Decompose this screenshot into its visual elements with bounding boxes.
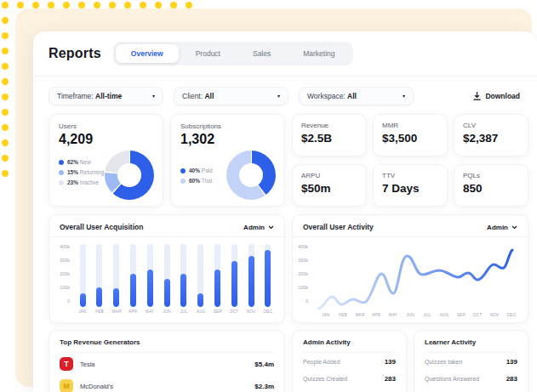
- decor-dot: [2, 155, 9, 162]
- x-tick-label: JAN: [78, 310, 88, 314]
- x-tick-label: FEB: [94, 310, 104, 314]
- x-tick-label: MAY: [146, 310, 155, 314]
- x-tick-label: JUL: [179, 310, 188, 314]
- y-axis: 400k300k200k100k0: [56, 244, 73, 304]
- x-tick-label: AUG: [439, 313, 448, 317]
- tab-sales[interactable]: Sales: [237, 44, 286, 63]
- revenue-kpi-card: Revenue$2.5B: [292, 114, 367, 156]
- bar-chart: 400k300k200k100k0: [49, 237, 284, 307]
- timeframe-label: Timeframe:: [57, 92, 94, 100]
- bar: [212, 244, 224, 307]
- x-tick-label: MAY: [389, 313, 398, 317]
- y-tick-label: 400k: [60, 244, 70, 248]
- bar: [77, 244, 89, 307]
- legend-text: 40% Paid: [189, 168, 213, 173]
- subscriptions-label: Subscriptions: [180, 122, 275, 130]
- bar: [178, 244, 190, 307]
- client-value: All: [204, 92, 214, 100]
- timeframe-select[interactable]: Timeframe: All-time ▾: [49, 87, 163, 105]
- charts-row: Overall User Acquisition Admin 400k300k2…: [33, 207, 537, 323]
- subscriptions-value: 1,302: [180, 132, 275, 147]
- list-title: Top Revenue Generators: [60, 338, 274, 353]
- legend-text: 62% New: [67, 159, 91, 165]
- workspace-value: All: [347, 92, 357, 100]
- x-tick-label: SEP: [456, 313, 466, 317]
- decor-dot: [17, 2, 24, 9]
- decor-dot: [140, 2, 146, 9]
- legend-item: 23% Inactive: [59, 179, 104, 185]
- y-tick-label: 100k: [298, 285, 308, 289]
- bottom-row: Top Revenue Generators T Tesla $5.4m M M…: [33, 323, 537, 392]
- decor-dot: [63, 2, 70, 9]
- legend-text: 60% Trial: [189, 178, 212, 184]
- x-tick-label: APR: [372, 313, 381, 317]
- x-tick-label: JUN: [163, 310, 172, 314]
- activity-admin-select[interactable]: Admin: [487, 224, 517, 231]
- decor-dot: [2, 78, 9, 85]
- chevron-down-icon: ▾: [277, 94, 280, 99]
- line-chart: 400k300k200k100k0: [293, 237, 528, 310]
- users-kpi-card: Users 4,209 62% New 15% Returning 23% In…: [49, 114, 163, 207]
- list-item: Quizzes Created283: [303, 370, 396, 387]
- list-title: Learner Activity: [425, 338, 517, 353]
- client-select[interactable]: Client: All ▾: [174, 87, 288, 105]
- decor-dot: [2, 94, 9, 100]
- legend-item: 15% Returning: [59, 169, 104, 175]
- x-tick-label: JUL: [422, 313, 431, 317]
- bar: [161, 244, 173, 307]
- decor-dot: [78, 2, 85, 9]
- decor-dot: [2, 109, 9, 116]
- dashboard-card: Reports Overview Product Sales Marketing…: [33, 31, 537, 392]
- activity-line: [311, 242, 516, 310]
- list-item[interactable]: M McDonald's $2.3m: [60, 375, 274, 392]
- list-item: Quizzes taken139: [425, 353, 517, 370]
- list-item[interactable]: T Tesla $5.4m: [60, 353, 274, 375]
- acquisition-admin-select[interactable]: Admin: [243, 224, 274, 231]
- bars: [73, 242, 277, 307]
- decor-dot: [2, 139, 9, 146]
- decor-dot: [2, 170, 9, 177]
- x-tick-label: AUG: [196, 310, 205, 314]
- bar: [245, 244, 257, 307]
- decor-dot: [94, 2, 100, 9]
- x-axis: JANFEBMARAPRMAYJUNJULAUGSEPOCTNOVDEC: [49, 307, 284, 314]
- download-label: Download: [485, 92, 520, 100]
- y-tick-label: 100k: [60, 285, 70, 289]
- tesla-logo-icon: T: [60, 357, 73, 371]
- legend-item: 60% Trial: [180, 178, 213, 184]
- x-tick-label: NOV: [247, 310, 256, 314]
- list-item: People Added139: [303, 353, 396, 370]
- client-label: Client:: [182, 92, 203, 100]
- legend-dot: [59, 180, 64, 185]
- header: Reports Overview Product Sales Marketing: [33, 31, 537, 72]
- tab-marketing[interactable]: Marketing: [288, 44, 350, 63]
- y-tick-label: 0: [67, 298, 70, 303]
- download-icon: [473, 92, 481, 100]
- decor-dot: [2, 124, 9, 131]
- decor-dot: [32, 2, 39, 9]
- mmr-kpi-card: MMR$3,500: [373, 114, 448, 156]
- decor-dot: [109, 2, 116, 9]
- x-tick-label: OCT: [230, 310, 239, 314]
- y-tick-label: 300k: [60, 258, 70, 262]
- x-tick-label: DEC: [506, 313, 516, 317]
- x-tick-label: SEP: [213, 310, 222, 314]
- y-tick-label: 300k: [298, 258, 308, 262]
- y-tick-label: 200k: [298, 271, 308, 276]
- decor-dot: [186, 2, 192, 9]
- download-button[interactable]: Download: [473, 92, 520, 100]
- decor-dot: [124, 2, 131, 9]
- kpi-row: Users 4,209 62% New 15% Returning 23% In…: [33, 114, 537, 207]
- list-item: Assignments completed782: [425, 387, 517, 392]
- bar: [111, 244, 123, 307]
- users-value: 4,209: [59, 132, 153, 147]
- page-title: Reports: [49, 46, 101, 61]
- chevron-down-icon: [268, 225, 274, 230]
- tab-product[interactable]: Product: [180, 44, 236, 63]
- list-item: Topics Created782: [303, 387, 396, 392]
- tab-overview[interactable]: Overview: [116, 44, 179, 63]
- decor-dot: [2, 48, 9, 54]
- workspace-select[interactable]: Workspace: All ▾: [299, 87, 414, 105]
- x-tick-label: APR: [129, 310, 138, 314]
- decor-dot: [2, 63, 9, 70]
